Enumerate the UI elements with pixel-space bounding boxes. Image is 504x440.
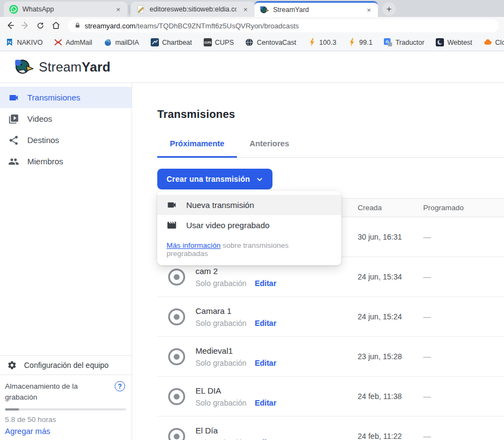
- storage-progress-bar: [5, 408, 126, 411]
- broadcast-subtitle: Solo grabación: [195, 359, 246, 367]
- edit-link[interactable]: Editar: [254, 438, 276, 440]
- table-row[interactable]: EL DIA Solo grabaciónEditar 24 feb, 11:3…: [157, 377, 504, 417]
- chartbeat-icon: [151, 38, 159, 46]
- tab-anteriores[interactable]: Anteriores: [237, 139, 302, 157]
- tab-whatsapp[interactable]: WhatsApp ×: [4, 2, 127, 17]
- bookmark-radio-99-1[interactable]: 99.1: [348, 38, 372, 46]
- record-icon: [167, 347, 187, 367]
- videocam-icon: [167, 200, 177, 210]
- menu-item-label: Usar video pregrabado: [186, 221, 270, 230]
- storage-panel: Almacenamiento de la grabación ? 5.8 de …: [0, 375, 132, 440]
- back-button[interactable]: [3, 19, 16, 32]
- people-icon: [8, 156, 19, 167]
- broadcast-subtitle: Solo grabación: [195, 438, 246, 440]
- tab-title: editoresweb:sitioweb:eldia.co: [150, 5, 236, 13]
- sidebar-item-label: Destinos: [27, 135, 59, 145]
- column-scheduled: Programado: [423, 204, 504, 212]
- create-broadcast-dropdown: Nueva transmisión Usar video pregrabado …: [157, 191, 341, 265]
- sidebar-item-destinos[interactable]: Destinos: [0, 129, 132, 151]
- broadcast-subtitle: Solo grabación: [195, 399, 246, 407]
- menu-item-label: Nueva transmisión: [186, 200, 254, 210]
- streamyard-duck-icon: [260, 5, 269, 14]
- browser-window: WhatsApp × editoresweb:sitioweb:eldia.co…: [0, 0, 504, 440]
- dropdown-footer: Más información sobre transmisiones preg…: [157, 235, 341, 265]
- tab-close-icon[interactable]: ×: [241, 5, 250, 14]
- tab-close-icon[interactable]: ×: [114, 5, 123, 14]
- edit-link[interactable]: Editar: [254, 279, 276, 288]
- team-settings-button[interactable]: Configuración del equipo: [0, 355, 132, 375]
- bookmark-cups[interactable]: CUPS CUPS: [204, 38, 234, 46]
- mas-informacion-link[interactable]: Más información: [167, 241, 221, 249]
- bookmark-webtest[interactable]: Webtest: [436, 38, 472, 46]
- sidebar-item-label: Transmisiones: [27, 93, 80, 102]
- main-content: Transmisiones Próximamente Anteriores Cr…: [132, 83, 504, 440]
- lock-icon: [74, 22, 81, 29]
- maildia-icon: [104, 38, 112, 46]
- url-host: streamyard.com: [85, 22, 135, 30]
- storage-progress-fill: [5, 408, 19, 411]
- reload-button[interactable]: [34, 19, 47, 32]
- tab-title: WhatsApp: [22, 5, 109, 13]
- new-tab-button[interactable]: +: [382, 2, 396, 16]
- bookmark-label: 99.1: [359, 39, 372, 46]
- storage-usage-label: 5.8 de 50 horas: [5, 415, 125, 424]
- bookmark-chartbeat[interactable]: Chartbeat: [151, 38, 192, 46]
- create-broadcast-label: Crear una transmisión: [167, 175, 250, 183]
- chevron-down-icon: [256, 176, 263, 183]
- tab-streamyard[interactable]: StreamYard ×: [254, 1, 378, 17]
- streamyard-logo-icon: [14, 57, 33, 77]
- record-icon: [167, 426, 187, 440]
- create-broadcast-button[interactable]: Crear una transmisión: [157, 169, 272, 189]
- home-button[interactable]: [49, 19, 62, 32]
- column-created: Creada: [358, 204, 423, 212]
- share-icon: [8, 135, 19, 146]
- scheduled-cell: —: [423, 392, 504, 401]
- scheduled-cell: —: [423, 432, 504, 440]
- tab-proximamente[interactable]: Próximamente: [157, 139, 237, 158]
- record-icon: [167, 387, 187, 407]
- admmail-icon: [54, 38, 62, 46]
- bookmark-label: CloudFlare: [495, 39, 504, 46]
- sidebar-item-label: Videos: [27, 114, 52, 123]
- bookmark-cloudflare[interactable]: CloudFlare: [484, 38, 504, 46]
- storage-title: Almacenamiento de la grabación: [5, 381, 103, 403]
- broadcast-title: cam 2: [195, 266, 276, 276]
- tab-strip: WhatsApp × editoresweb:sitioweb:eldia.co…: [0, 0, 504, 17]
- bookmark-radio-100-3[interactable]: 100.3: [308, 38, 336, 46]
- edit-link[interactable]: Editar: [254, 319, 276, 328]
- bookmark-label: 100.3: [319, 39, 336, 46]
- add-more-storage-link[interactable]: Agregar más: [5, 427, 125, 436]
- bookmark-maildia[interactable]: mailDIA: [104, 38, 139, 46]
- edit-link[interactable]: Editar: [254, 359, 276, 367]
- sidebar-item-transmisiones[interactable]: Transmisiones: [0, 87, 132, 108]
- tab-editoresweb[interactable]: editoresweb:sitioweb:eldia.co ×: [131, 2, 254, 17]
- tab-close-icon[interactable]: ×: [364, 5, 373, 15]
- bookmark-traductor[interactable]: G Traductor: [384, 38, 424, 46]
- table-row[interactable]: Medieval1 Solo grabaciónEditar 23 jun, 1…: [157, 337, 504, 377]
- help-icon[interactable]: ?: [115, 381, 125, 391]
- bookmark-centovacast[interactable]: CentovaCast: [245, 38, 296, 46]
- sidebar-item-miembros[interactable]: Miembros: [0, 151, 132, 172]
- created-cell: 30 jun, 16:31: [358, 233, 423, 241]
- sidebar-item-videos[interactable]: Videos: [0, 108, 132, 129]
- tab-title: StreamYard: [273, 6, 360, 14]
- broadcast-title: El Día: [195, 426, 276, 435]
- table-row[interactable]: El Día Solo grabaciónEditar 24 feb, 11:2…: [157, 417, 504, 440]
- bookmark-label: Traductor: [395, 39, 424, 46]
- app-header: StreamYard: [0, 51, 504, 83]
- record-icon: [167, 267, 187, 287]
- address-bar[interactable]: streamyard.com/teams/TQDhBC9ZNTmft6z5UsQ…: [68, 19, 499, 32]
- bookmark-label: mailDIA: [115, 39, 139, 46]
- scheduled-cell: —: [423, 312, 504, 321]
- bookmark-admmail[interactable]: AdmMail: [54, 38, 92, 46]
- forward-button[interactable]: [19, 19, 32, 32]
- bookmark-label: Webtest: [447, 39, 472, 46]
- created-cell: 24 feb, 11:22: [358, 432, 423, 440]
- table-row[interactable]: Camara 1 Solo grabaciónEditar 24 jun, 15…: [157, 297, 504, 337]
- bookmark-nakivo[interactable]: NAKIVO: [5, 38, 43, 46]
- menu-item-usar-video-pregrabado[interactable]: Usar video pregrabado: [157, 215, 341, 235]
- menu-item-nueva-transmision[interactable]: Nueva transmisión: [157, 195, 341, 215]
- video-library-icon: [8, 114, 19, 124]
- edit-link[interactable]: Editar: [254, 399, 276, 407]
- scheduled-cell: —: [423, 233, 504, 241]
